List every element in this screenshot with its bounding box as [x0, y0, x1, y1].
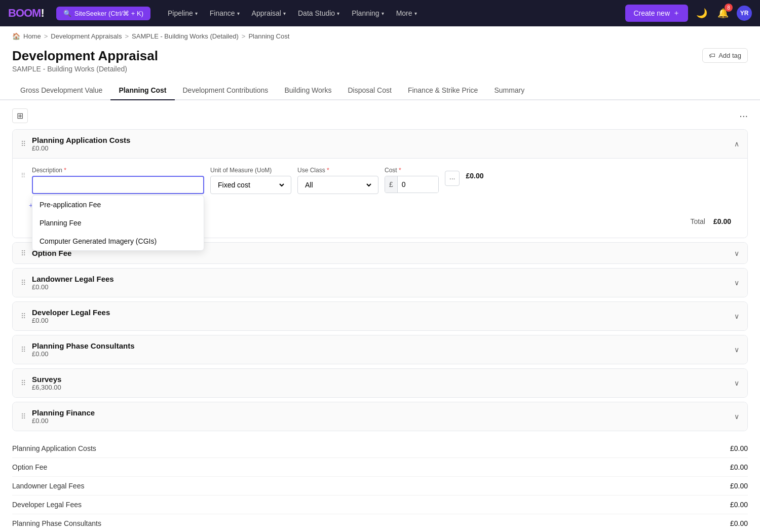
- expand-planning-finance-icon[interactable]: ∨: [734, 412, 739, 421]
- section-title-landowner-legal-fees: Landowner Legal Fees: [32, 275, 114, 283]
- more-options-button[interactable]: ···: [739, 110, 748, 122]
- nav-right: Create new ＋ 🌙 🔔 8 YR: [625, 5, 752, 22]
- add-tag-button[interactable]: 🏷 Add tag: [702, 48, 748, 63]
- use-class-field-group: Use Class * All Residential Commercial: [297, 167, 378, 194]
- chevron-icon: ▾: [414, 11, 417, 16]
- page-header: Development Appraisal SAMPLE - Building …: [0, 44, 760, 81]
- dark-mode-toggle[interactable]: 🌙: [694, 6, 709, 21]
- nav-link-planning[interactable]: Planning▾: [347, 6, 389, 20]
- section-header-landowner-legal-fees[interactable]: ⠿ Landowner Legal Fees £0.00 ∨: [13, 269, 747, 297]
- drag-handle-landowner-icon[interactable]: ⠿: [21, 279, 26, 287]
- expand-surveys-icon[interactable]: ∨: [734, 379, 739, 387]
- section-amount-landowner: £0.00: [32, 283, 114, 291]
- summary-label-3: Developer Legal Fees: [12, 501, 82, 509]
- page-subtitle: SAMPLE - Building Works (Detailed): [12, 65, 158, 73]
- grid-view-button[interactable]: ⊞: [12, 108, 28, 123]
- uom-select[interactable]: Fixed cost Per unit Percentage: [216, 180, 286, 189]
- total-value: £0.00: [713, 217, 731, 225]
- nav-label-appraisal: Appraisal: [252, 9, 281, 17]
- section-landowner-legal-fees: ⠿ Landowner Legal Fees £0.00 ∨: [12, 268, 748, 297]
- chevron-icon: ▾: [337, 11, 339, 16]
- drag-handle-option-fee-icon[interactable]: ⠿: [21, 249, 26, 257]
- drag-handle-planning-finance-icon[interactable]: ⠿: [21, 412, 26, 421]
- nav-link-more[interactable]: More▾: [391, 6, 422, 20]
- tab-gdv[interactable]: Gross Development Value: [12, 81, 110, 100]
- tab-building-works[interactable]: Building Works: [276, 81, 339, 100]
- section-header-planning-phase-consultants[interactable]: ⠿ Planning Phase Consultants £0.00 ∨: [13, 335, 747, 364]
- collapse-icon[interactable]: ∧: [734, 140, 739, 148]
- suggestion-pre-application-fee[interactable]: Pre-application Fee: [32, 196, 204, 214]
- uom-field-group: Unit of Measure (UoM) Fixed cost Per uni…: [210, 167, 291, 194]
- section-header-planning-finance[interactable]: ⠿ Planning Finance £0.00 ∨: [13, 402, 747, 431]
- cost-prefix: £: [385, 176, 398, 193]
- drag-handle-developer-icon[interactable]: ⠿: [21, 312, 26, 320]
- create-new-button[interactable]: Create new ＋: [625, 5, 688, 22]
- tab-dev-contributions[interactable]: Development Contributions: [175, 81, 277, 100]
- section-header-surveys[interactable]: ⠿ Surveys £6,300.00 ∨: [13, 369, 747, 397]
- nav-link-data-studio[interactable]: Data Studio▾: [293, 6, 345, 20]
- section-amount-planning-application-costs: £0.00: [32, 144, 130, 152]
- drag-handle-icon[interactable]: ⠿: [21, 140, 26, 148]
- suggestion-cgi[interactable]: Computer Generated Imagery (CGIs): [32, 232, 204, 250]
- summary-value-1: £0.00: [730, 463, 748, 471]
- nav-link-appraisal[interactable]: Appraisal▾: [247, 6, 291, 20]
- breadcrumb-current: Planning Cost: [248, 32, 289, 40]
- section-amount-planning-phase: £0.00: [32, 350, 135, 358]
- plus-icon: ＋: [673, 9, 680, 18]
- use-class-select-wrapper[interactable]: All Residential Commercial: [297, 176, 378, 194]
- uom-select-wrapper[interactable]: Fixed cost Per unit Percentage: [210, 176, 291, 194]
- required-indicator: *: [64, 167, 66, 174]
- cost-field-wrapper: £: [385, 176, 439, 193]
- description-input[interactable]: [32, 176, 204, 194]
- expand-planning-phase-icon[interactable]: ∨: [734, 346, 739, 354]
- section-amount-developer: £0.00: [32, 317, 110, 324]
- expand-developer-icon[interactable]: ∨: [734, 312, 739, 320]
- tab-disposal-cost[interactable]: Disposal Cost: [340, 81, 400, 100]
- tab-finance-strike[interactable]: Finance & Strike Price: [400, 81, 486, 100]
- summary-row-landowner-legal-fees: Landowner Legal Fees £0.00: [12, 477, 748, 496]
- row-more-button[interactable]: ···: [445, 171, 460, 186]
- row-drag-handle-icon[interactable]: ⠿: [21, 167, 26, 179]
- summary-value-4: £0.00: [730, 519, 748, 527]
- summary-row-developer-legal-fees: Developer Legal Fees £0.00: [12, 496, 748, 514]
- tab-planning-cost[interactable]: Planning Cost: [110, 81, 174, 100]
- expand-landowner-icon[interactable]: ∨: [734, 279, 739, 287]
- suggestions-dropdown: Pre-application Fee Planning Fee Compute…: [32, 195, 204, 251]
- sitseeker-button[interactable]: 🔍 SiteSeeker (Ctrl/⌘ + K): [56, 7, 150, 20]
- form-row-new-item: ⠿ Description * Pre-application Fee Plan…: [21, 165, 739, 196]
- expand-option-fee-icon[interactable]: ∨: [734, 249, 739, 257]
- chevron-icon: ▾: [382, 11, 384, 16]
- cost-label: Cost *: [385, 167, 439, 174]
- breadcrumb-sample[interactable]: SAMPLE - Building Works (Detailed): [132, 32, 239, 40]
- nav-label-pipeline: Pipeline: [168, 9, 193, 17]
- nav-label-data-studio: Data Studio: [298, 9, 335, 17]
- tab-summary[interactable]: Summary: [486, 81, 533, 100]
- section-planning-application-costs: ⠿ Planning Application Costs £0.00 ∧ ⠿ D…: [12, 129, 748, 238]
- summary-value-0: £0.00: [730, 444, 748, 452]
- suggestion-planning-fee[interactable]: Planning Fee: [32, 214, 204, 232]
- section-header-developer-legal-fees[interactable]: ⠿ Developer Legal Fees £0.00 ∨: [13, 302, 747, 330]
- summary-row-option-fee: Option Fee £0.00: [12, 458, 748, 477]
- chevron-icon: ▾: [237, 11, 240, 16]
- cost-input[interactable]: [398, 176, 438, 193]
- main-content: ⊞ ··· ⠿ Planning Application Costs £0.00…: [0, 100, 760, 532]
- section-header-planning-application-costs[interactable]: ⠿ Planning Application Costs £0.00 ∧: [13, 130, 747, 159]
- breadcrumb-dev-appraisals[interactable]: Development Appraisals: [51, 32, 122, 40]
- section-title-planning-phase-consultants: Planning Phase Consultants: [32, 341, 135, 350]
- nav-link-pipeline[interactable]: Pipeline▾: [163, 6, 203, 20]
- nav-link-finance[interactable]: Finance▾: [205, 6, 245, 20]
- description-field-group: Description * Pre-application Fee Planni…: [32, 167, 204, 194]
- summary-row-planning-application-costs: Planning Application Costs £0.00: [12, 439, 748, 458]
- app-logo: BOOM!: [8, 7, 44, 20]
- avatar[interactable]: YR: [737, 6, 752, 21]
- sitseeker-label: SiteSeeker (Ctrl/⌘ + K): [74, 10, 143, 17]
- section-title-developer-legal-fees: Developer Legal Fees: [32, 308, 110, 317]
- drag-handle-surveys-icon[interactable]: ⠿: [21, 379, 26, 387]
- navbar: BOOM! 🔍 SiteSeeker (Ctrl/⌘ + K) Pipeline…: [0, 0, 760, 26]
- breadcrumb-home[interactable]: Home: [23, 32, 41, 40]
- section-amount-planning-finance: £0.00: [32, 417, 95, 425]
- use-class-select[interactable]: All Residential Commercial: [303, 180, 373, 189]
- chevron-icon: ▾: [283, 11, 286, 16]
- home-icon: 🏠: [12, 32, 20, 40]
- drag-handle-planning-phase-icon[interactable]: ⠿: [21, 346, 26, 354]
